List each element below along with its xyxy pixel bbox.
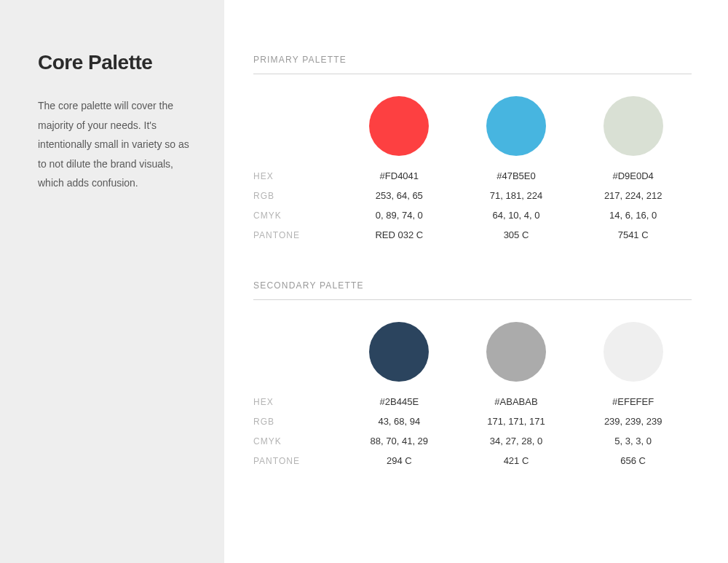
- spec-value: 7541 C: [575, 229, 692, 240]
- divider: [253, 299, 692, 300]
- spec-row-cmyk: CMYK 88, 70, 41, 29 34, 27, 28, 0 5, 3, …: [253, 436, 692, 446]
- swatch: [575, 322, 692, 382]
- spec-value: 5, 3, 3, 0: [575, 436, 692, 446]
- swatch: [458, 96, 574, 156]
- spec-value: 305 C: [458, 229, 574, 240]
- spec-value: 71, 181, 224: [458, 190, 574, 201]
- swatch: [341, 96, 457, 156]
- spec-value: 421 C: [458, 455, 574, 466]
- spec-value: #2B445E: [341, 396, 457, 407]
- primary-palette-section: PRIMARY PALETTE HEX #FD4041 #47B5E0: [253, 55, 692, 240]
- primary-palette-header: PRIMARY PALETTE: [253, 55, 692, 65]
- spec-label-cmyk: CMYK: [253, 436, 341, 446]
- spec-row-pantone: PANTONE RED 032 C 305 C 7541 C: [253, 229, 692, 240]
- spec-value: 34, 27, 28, 0: [458, 436, 574, 446]
- secondary-palette-section: SECONDARY PALETTE HEX #2B445E #ABABAB: [253, 280, 692, 466]
- swatch-row: [253, 322, 692, 382]
- spec-value: 43, 68, 94: [341, 416, 457, 427]
- swatch-row: [253, 96, 692, 156]
- spec-label-rgb: RGB: [253, 417, 341, 427]
- spec-value: #ABABAB: [458, 396, 574, 407]
- spec-label-rgb: RGB: [253, 191, 341, 201]
- color-swatch-2: [486, 96, 546, 156]
- color-swatch-1: [369, 96, 429, 156]
- spec-value: #47B5E0: [458, 170, 574, 181]
- spec-value: #EFEFEF: [575, 396, 692, 407]
- sidebar: Core Palette The core palette will cover…: [0, 0, 224, 563]
- page-description: The core palette will cover the majority…: [38, 96, 195, 193]
- spec-value: 88, 70, 41, 29: [341, 436, 457, 446]
- spec-value: 294 C: [341, 455, 457, 466]
- spec-label-pantone: PANTONE: [253, 456, 341, 466]
- color-swatch-4: [369, 322, 429, 382]
- color-swatch-6: [604, 322, 663, 382]
- spec-label-cmyk: CMYK: [253, 210, 341, 221]
- spec-row-rgb: RGB 43, 68, 94 171, 171, 171 239, 239, 2…: [253, 416, 692, 427]
- spec-value: 0, 89, 74, 0: [341, 210, 457, 221]
- spec-value: #D9E0D4: [575, 170, 692, 181]
- swatch: [575, 96, 692, 156]
- color-swatch-3: [604, 96, 663, 156]
- spec-label-hex: HEX: [253, 171, 341, 181]
- divider: [253, 74, 692, 74]
- spec-row-rgb: RGB 253, 64, 65 71, 181, 224 217, 224, 2…: [253, 190, 692, 201]
- spec-row-hex: HEX #2B445E #ABABAB #EFEFEF: [253, 396, 692, 407]
- spec-value: 14, 6, 16, 0: [575, 210, 692, 221]
- spec-value: 239, 239, 239: [575, 416, 692, 427]
- spec-row-cmyk: CMYK 0, 89, 74, 0 64, 10, 4, 0 14, 6, 16…: [253, 210, 692, 221]
- spec-value: 64, 10, 4, 0: [458, 210, 574, 221]
- secondary-palette-header: SECONDARY PALETTE: [253, 280, 692, 291]
- spec-label-pantone: PANTONE: [253, 230, 341, 240]
- spec-row-pantone: PANTONE 294 C 421 C 656 C: [253, 455, 692, 466]
- spec-value: 656 C: [575, 455, 692, 466]
- spec-value: 217, 224, 212: [575, 190, 692, 201]
- page-title: Core Palette: [38, 51, 195, 74]
- spec-label-hex: HEX: [253, 397, 341, 407]
- spec-value: 171, 171, 171: [458, 416, 574, 427]
- spec-row-hex: HEX #FD4041 #47B5E0 #D9E0D4: [253, 170, 692, 181]
- color-swatch-5: [486, 322, 546, 382]
- spec-value: 253, 64, 65: [341, 190, 457, 201]
- swatch: [458, 322, 574, 382]
- spec-value: #FD4041: [341, 170, 457, 181]
- main-content: PRIMARY PALETTE HEX #FD4041 #47B5E0: [224, 0, 728, 563]
- swatch: [341, 322, 457, 382]
- spec-value: RED 032 C: [341, 229, 457, 240]
